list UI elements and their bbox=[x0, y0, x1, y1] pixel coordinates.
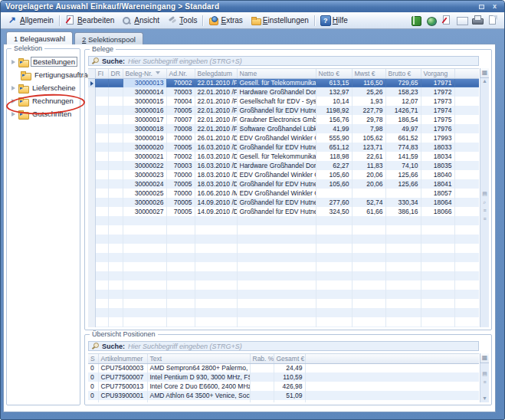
envelope-icon[interactable] bbox=[457, 15, 467, 25]
table-row[interactable]: 300000217000216.03.2010 /DiGesell. für T… bbox=[88, 152, 479, 161]
extras-box-icon bbox=[208, 15, 218, 25]
menu-item-ansicht[interactable]: Ansicht bbox=[118, 14, 163, 27]
table-row[interactable]: 300000137000222.01.2010 /FrGesell. für T… bbox=[88, 78, 479, 87]
cell bbox=[95, 179, 108, 189]
grid-button-edit-icon[interactable]: ≡ bbox=[483, 206, 486, 215]
table-row[interactable]: 300000277000514.09.2010 /DiGroßhandel fü… bbox=[88, 207, 479, 216]
cell bbox=[352, 253, 385, 262]
grid-button-edit-icon[interactable]: ≡ bbox=[483, 378, 486, 386]
cell: 30000025 bbox=[123, 189, 166, 198]
table-row[interactable]: 0CPU77500013Intel Core 2 Duo E6600, 2400… bbox=[88, 382, 479, 391]
table-row[interactable]: 300000227000316.03.2010 /DiHardware Groß… bbox=[88, 161, 479, 170]
printer-icon[interactable] bbox=[472, 15, 483, 25]
menu-item-bearbeiten[interactable]: Bearbeiten bbox=[61, 14, 118, 27]
column-chooser-icon[interactable]: ▦ bbox=[480, 68, 489, 78]
cell bbox=[352, 281, 385, 290]
edit-page-icon[interactable] bbox=[441, 15, 452, 25]
table-row[interactable]: 300000187000822.01.2010 /FrSoftware Groß… bbox=[88, 124, 479, 133]
table-row[interactable]: 300000177000722.01.2010 /FrGraubner Elec… bbox=[88, 115, 479, 124]
restore-icon[interactable] bbox=[477, 2, 487, 11]
column-header[interactable]: Belegdatum bbox=[195, 69, 237, 78]
table-row[interactable]: 300000147000322.01.2010 /FrHardware Groß… bbox=[88, 87, 479, 97]
menu-item-extras[interactable]: Extras bbox=[205, 14, 246, 27]
cell-filler bbox=[454, 78, 479, 87]
expand-arrow-icon[interactable] bbox=[10, 112, 16, 116]
cell bbox=[316, 308, 352, 317]
column-header[interactable]: Name bbox=[237, 69, 316, 78]
empty-row bbox=[88, 225, 479, 235]
column-header[interactable]: Text bbox=[147, 354, 250, 363]
menu-item-tools[interactable]: Tools bbox=[163, 14, 201, 27]
tree-item-fertigungsauftraege[interactable]: Fertigungsaufträge bbox=[10, 68, 78, 81]
belege-search-bar[interactable]: Suche: Hier Suchbegriff eingeben (STRG+S… bbox=[88, 56, 479, 66]
belege-grid-scrollbar[interactable]: ⊼ ▲ ▤ ⌕ ≡ ≡ bbox=[480, 68, 489, 327]
cell: 105,60 bbox=[316, 179, 352, 189]
column-header[interactable]: Artikelnummer bbox=[98, 354, 147, 363]
table-row[interactable]: 300000157000422.01.2010 /FrGesellschaft … bbox=[88, 97, 479, 106]
cell bbox=[108, 97, 123, 106]
expand-arrow-icon[interactable] bbox=[10, 86, 16, 90]
cell bbox=[237, 244, 316, 253]
column-chooser-icon[interactable]: ▦ bbox=[480, 353, 489, 363]
column-header[interactable]: Brutto € bbox=[385, 69, 421, 78]
table-row[interactable]: 300000167000522.01.2010 /FrGroßhandel fü… bbox=[88, 106, 479, 115]
table-row[interactable]: 300000237000018.03.2010 /DoEDV Großhande… bbox=[88, 170, 479, 179]
tree-item-gutschriften[interactable]: Gutschriften bbox=[10, 107, 78, 120]
tab-belegauswahl[interactable]: 1 Belegauswahl bbox=[6, 31, 73, 44]
cell bbox=[352, 271, 385, 281]
column-header[interactable]: Netto € bbox=[316, 69, 352, 78]
cell-filler bbox=[454, 308, 479, 317]
globe-icon[interactable] bbox=[426, 15, 437, 25]
menu-item-allgemein[interactable]: Allgemein bbox=[4, 14, 57, 27]
column-header[interactable]: Beleg-Nr. bbox=[123, 69, 166, 78]
cell bbox=[385, 216, 421, 225]
column-header[interactable]: Mwst € bbox=[352, 69, 385, 78]
close-icon[interactable]: x bbox=[490, 2, 500, 11]
scroll-down-icon[interactable]: ▼ bbox=[482, 394, 487, 402]
table-row[interactable]: 300000197000026.01.2010 /DiEDV Großhande… bbox=[88, 133, 479, 143]
grid-button-filter-icon[interactable]: ≡ bbox=[483, 215, 486, 223]
menu-item-hilfe[interactable]: Hilfe bbox=[316, 14, 352, 27]
menu-item-einstellungen[interactable]: Einstellungen bbox=[247, 14, 313, 27]
table-row[interactable]: 300000207000516.03.2010 /DiGroßhandel fü… bbox=[88, 143, 479, 152]
cell: Großhandel für EDV Hutner bbox=[237, 207, 316, 216]
column-header[interactable]: Ad.Nr. bbox=[166, 69, 195, 78]
expand-arrow-icon[interactable] bbox=[10, 60, 16, 64]
table-row[interactable]: 0CPU77500007Intel Pentium D 930, 3000 MH… bbox=[88, 372, 479, 382]
cell: 10,14 bbox=[316, 97, 352, 106]
title-bar[interactable]: Vorgelagerte Auswahl Einkauf/Wareneingan… bbox=[1, 1, 504, 12]
grid-button-find-icon[interactable]: ⌕ bbox=[484, 198, 487, 206]
table-row[interactable]: 0CPU93900001AMD Athlon 64 3500+ Venice, … bbox=[88, 391, 479, 400]
cell-filler bbox=[305, 382, 479, 391]
column-header[interactable]: FI bbox=[95, 69, 108, 78]
column-header[interactable]: Vorgang bbox=[421, 69, 454, 78]
cell bbox=[250, 391, 274, 400]
cell bbox=[147, 400, 250, 402]
positionen-search-bar[interactable]: Suche: Hier Suchbegriff eingeben (STRG+S… bbox=[88, 341, 479, 351]
column-header[interactable]: S bbox=[88, 354, 98, 363]
cell: 30000014 bbox=[123, 87, 166, 97]
grid-button-panel-icon[interactable]: ▤ bbox=[482, 369, 487, 378]
row-indicator bbox=[88, 271, 95, 281]
row-indicator bbox=[88, 198, 95, 207]
grid-button-panel-icon[interactable]: ▤ bbox=[482, 189, 487, 198]
cell-filler bbox=[454, 170, 479, 179]
tree-item-lieferscheine[interactable]: Lieferscheine bbox=[10, 81, 78, 94]
tab-selektionspool[interactable]: 2 Selektionspool bbox=[74, 32, 143, 44]
column-header[interactable]: Gesamt € bbox=[274, 354, 305, 363]
table-row[interactable]: 300000247000518.03.2010 /DoGroßhandel fü… bbox=[88, 179, 479, 189]
table-row[interactable]: 300000257000016.06.2010 /MiEDV Großhande… bbox=[88, 189, 479, 198]
table-row[interactable]: 0CPU75400003AMD Sempron64 2800+ Palermo,… bbox=[88, 363, 479, 372]
tree-item-bestellungen[interactable]: Bestellungen bbox=[10, 55, 78, 68]
new-page-icon[interactable] bbox=[487, 15, 498, 25]
expand-arrow-icon[interactable] bbox=[10, 99, 16, 103]
table-row[interactable]: 300000267000514.09.2010 /DiGroßhandel fü… bbox=[88, 198, 479, 207]
cell bbox=[108, 326, 123, 327]
positionen-group-label: Übersicht Positionen bbox=[90, 330, 158, 338]
cell-filler bbox=[454, 271, 479, 281]
column-header[interactable]: DR bbox=[108, 69, 123, 78]
column-header[interactable]: Rab. % bbox=[250, 354, 274, 363]
tree-item-rechnungen[interactable]: Rechnungen bbox=[10, 94, 78, 107]
cell bbox=[95, 235, 108, 244]
green-book-icon[interactable] bbox=[411, 15, 421, 25]
